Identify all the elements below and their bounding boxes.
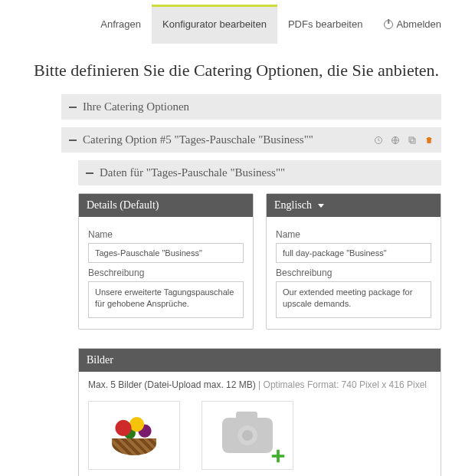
add-image-button[interactable] xyxy=(201,401,293,470)
plus-icon xyxy=(270,448,287,465)
nav-label: Konfigurator bearbeiten xyxy=(162,18,267,30)
nav-label: PDFs bearbeiten xyxy=(288,18,363,30)
svg-rect-3 xyxy=(409,137,414,142)
details-card: Details (Default) Name Beschreibung Unse… xyxy=(78,193,254,330)
power-icon xyxy=(384,20,393,29)
fruit-basket-icon xyxy=(107,417,161,454)
page-title: Bitte definieren Sie die Catering Option… xyxy=(34,61,475,80)
accordion-l1[interactable]: Catering Option #5 "Tages-Pauschale "Bus… xyxy=(61,127,441,153)
svg-rect-2 xyxy=(411,139,415,143)
accordion-l2-label: Daten für "Tages-Pauschale "Business"" xyxy=(100,166,285,179)
nav-anfragen[interactable]: Anfragen xyxy=(90,5,152,44)
duplicate-icon[interactable] xyxy=(408,136,417,145)
thumbnail-existing: dieses Bild löschen xyxy=(88,401,180,476)
nav-label: Abmelden xyxy=(396,18,441,30)
nav-pdfs[interactable]: PDFs bearbeiten xyxy=(277,5,374,44)
image-thumbnails: dieses Bild löschen Bild hinzufügen xyxy=(88,401,431,476)
camera-icon xyxy=(222,418,273,453)
english-name-label: Name xyxy=(276,229,431,240)
details-desc-label: Beschreibung xyxy=(88,268,244,278)
option-toolbar xyxy=(374,136,434,145)
images-panel: Bilder Max. 5 Bilder (Datei-Upload max. … xyxy=(78,348,441,476)
collapse-icon xyxy=(86,172,93,174)
images-header-label: Bilder xyxy=(87,354,113,366)
english-card: Englisch Name Beschreibung Our extended … xyxy=(266,193,441,330)
detail-columns: Details (Default) Name Beschreibung Unse… xyxy=(78,193,441,330)
images-header: Bilder xyxy=(79,349,441,372)
english-desc-label: Beschreibung xyxy=(276,268,431,278)
trash-icon[interactable] xyxy=(424,136,434,145)
collapse-icon xyxy=(69,140,77,141)
chevron-down-icon xyxy=(318,204,324,208)
content-area: Ihre Catering Optionen Catering Option #… xyxy=(0,94,475,476)
accordion-l2[interactable]: Daten für "Tages-Pauschale "Business"" xyxy=(78,160,441,185)
nav-abmelden[interactable]: Abmelden xyxy=(373,5,452,44)
clock-icon[interactable] xyxy=(374,136,383,145)
globe-icon[interactable] xyxy=(391,136,400,145)
nav-konfigurator[interactable]: Konfigurator bearbeiten xyxy=(152,5,277,44)
english-header[interactable]: Englisch xyxy=(267,194,441,217)
collapse-icon xyxy=(69,107,77,108)
images-hint-sub: Optimales Format: 740 Pixel x 416 Pixel xyxy=(264,379,427,390)
accordion-l0-label: Ihre Catering Optionen xyxy=(83,100,189,113)
accordion-l0[interactable]: Ihre Catering Optionen xyxy=(61,94,441,120)
accordion-l1-label: Catering Option #5 "Tages-Pauschale "Bus… xyxy=(83,133,368,146)
thumbnail-image[interactable] xyxy=(88,401,180,470)
details-name-input[interactable] xyxy=(88,243,244,263)
details-desc-input[interactable]: Unsere erweiterte Tagungspauschale für g… xyxy=(88,281,244,318)
images-hint-main: Max. 5 Bilder (Datei-Upload max. 12 MB) xyxy=(88,379,256,390)
details-header-label: Details (Default) xyxy=(87,199,159,212)
thumbnail-add: Bild hinzufügen xyxy=(201,401,293,476)
images-hint: Max. 5 Bilder (Datei-Upload max. 12 MB) … xyxy=(88,379,431,390)
details-header: Details (Default) xyxy=(79,194,253,217)
english-header-label: Englisch xyxy=(274,199,312,212)
top-nav: Anfragen Konfigurator bearbeiten PDFs be… xyxy=(0,5,475,44)
english-name-input[interactable] xyxy=(276,243,431,263)
details-name-label: Name xyxy=(88,229,244,240)
nav-label: Anfragen xyxy=(100,18,141,30)
english-desc-input[interactable]: Our extended meeting package for upscale… xyxy=(276,281,431,318)
